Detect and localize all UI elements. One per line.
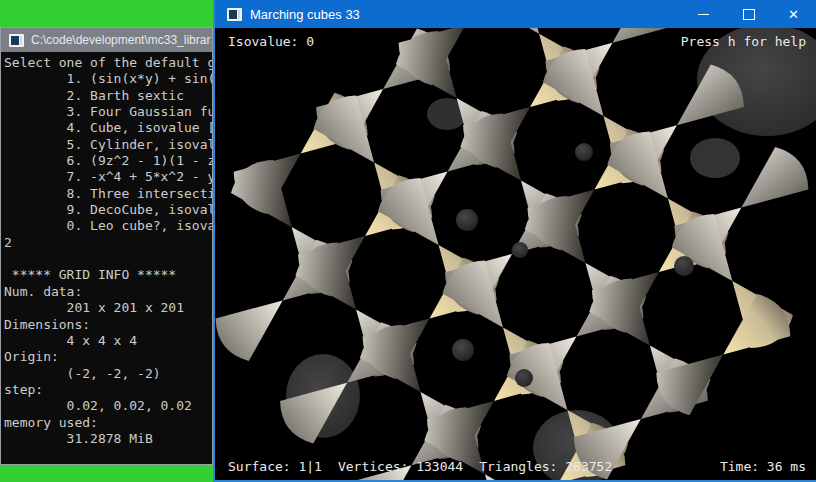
dark-sphere	[456, 209, 478, 231]
triangle-count: Triangles: 263752	[479, 459, 612, 474]
app-title: Marching cubes 33	[250, 7, 681, 22]
console-titlebar[interactable]: C:\code\development\mc33_librar	[1, 28, 212, 52]
dark-sphere	[452, 339, 474, 361]
console-line: ***** GRID INFO *****	[4, 267, 212, 283]
marching-cubes-window[interactable]: Marching cubes 33 ✕	[213, 0, 816, 482]
close-icon: ✕	[788, 7, 799, 22]
marching-cubes-render[interactable]	[215, 28, 816, 480]
dark-sphere	[515, 369, 533, 387]
console-line: 2. Barth sextic	[4, 88, 212, 104]
minimize-icon	[698, 14, 709, 15]
console-line: 0.02, 0.02, 0.02	[4, 398, 212, 414]
dark-sphere	[512, 242, 528, 258]
console-line: 201 x 201 x 201	[4, 300, 212, 316]
console-line	[4, 251, 212, 267]
console-line: 4 x 4 x 4	[4, 333, 212, 349]
console-line: 31.2878 MiB	[4, 431, 212, 447]
status-bar: Surface: 1|1Vertices: 133044Triangles: 2…	[228, 459, 612, 474]
dark-sphere	[674, 256, 694, 276]
console-line: 3. Four Gaussian fu	[4, 104, 212, 120]
isovalue-label: Isovalue: 0	[228, 34, 314, 49]
gl-viewport[interactable]: Isovalue: 0 Press h for help Surface: 1|…	[215, 28, 816, 480]
console-line: 6. (9z^2 - 1)(1 - z	[4, 153, 212, 169]
console-line: Select one of the default g	[4, 55, 212, 71]
console-window[interactable]: C:\code\development\mc33_librar Select o…	[0, 27, 213, 465]
maximize-icon	[743, 9, 755, 20]
console-line: Num. data:	[4, 284, 212, 300]
console-line: (-2, -2, -2)	[4, 366, 212, 382]
app-window-icon	[227, 8, 242, 21]
dark-sphere	[575, 143, 593, 161]
console-output: Select one of the default g 1. (sin(x*y)…	[1, 52, 212, 447]
app-titlebar[interactable]: Marching cubes 33 ✕	[215, 0, 816, 28]
console-line: memory used:	[4, 415, 212, 431]
console-line: Origin:	[4, 349, 212, 365]
minimize-button[interactable]	[681, 0, 726, 28]
vertex-count: Vertices: 133044	[338, 459, 463, 474]
render-time-label: Time: 36 ms	[720, 459, 806, 474]
console-line: 2	[4, 235, 212, 251]
help-hint-label: Press h for help	[681, 34, 806, 49]
console-line: 8. Three intersecti	[4, 186, 212, 202]
console-line: 7. -x^4 + 5*x^2 - y	[4, 169, 212, 185]
close-button[interactable]: ✕	[771, 0, 816, 28]
window-controls: ✕	[681, 0, 816, 28]
console-line: 1. (sin(x*y) + sin(	[4, 71, 212, 87]
console-line: 0. Leo cube?, isova	[4, 218, 212, 234]
console-line: Dimensions:	[4, 317, 212, 333]
console-window-icon	[9, 34, 24, 47]
surface-count: Surface: 1|1	[228, 459, 322, 474]
console-line: 4. Cube, isovalue [	[4, 120, 212, 136]
maximize-button[interactable]	[726, 0, 771, 28]
console-line: 5. Cylinder, isoval	[4, 137, 212, 153]
console-title: C:\code\development\mc33_librar	[31, 33, 210, 47]
console-line: step:	[4, 382, 212, 398]
console-line: 9. DecoCube, isoval	[4, 202, 212, 218]
